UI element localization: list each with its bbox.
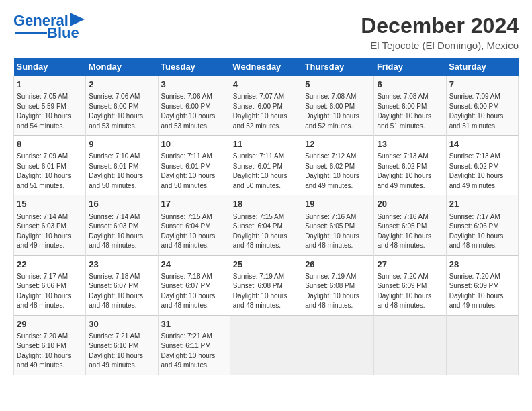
- logo-blue: Blue: [47, 26, 79, 40]
- calendar-cell: 19Sunrise: 7:16 AMSunset: 6:05 PMDayligh…: [302, 195, 374, 255]
- day-number: 13: [377, 138, 443, 150]
- day-info: Sunrise: 7:10 AMSunset: 6:01 PMDaylight:…: [89, 152, 154, 191]
- day-number: 27: [377, 259, 443, 271]
- calendar-cell: 28Sunrise: 7:20 AMSunset: 6:09 PMDayligh…: [446, 255, 518, 315]
- calendar-cell: 16Sunrise: 7:14 AMSunset: 6:03 PMDayligh…: [86, 195, 158, 255]
- day-info: Sunrise: 7:14 AMSunset: 6:03 PMDaylight:…: [89, 212, 154, 251]
- calendar-header-row: SundayMondayTuesdayWednesdayThursdayFrid…: [14, 58, 519, 76]
- calendar-week-3: 22Sunrise: 7:17 AMSunset: 6:06 PMDayligh…: [14, 255, 519, 315]
- day-number: 3: [161, 79, 227, 91]
- calendar-cell: 18Sunrise: 7:15 AMSunset: 6:04 PMDayligh…: [230, 195, 302, 255]
- day-info: Sunrise: 7:09 AMSunset: 6:01 PMDaylight:…: [17, 152, 83, 191]
- day-number: 26: [305, 259, 371, 271]
- calendar-cell: 6Sunrise: 7:08 AMSunset: 6:00 PMDaylight…: [374, 76, 446, 136]
- day-number: 19: [305, 198, 371, 210]
- calendar: SundayMondayTuesdayWednesdayThursdayFrid…: [13, 58, 519, 375]
- day-info: Sunrise: 7:06 AMSunset: 6:00 PMDaylight:…: [161, 92, 227, 131]
- calendar-cell: 15Sunrise: 7:14 AMSunset: 6:03 PMDayligh…: [14, 195, 86, 255]
- day-number: 23: [89, 259, 154, 271]
- day-header-monday: Monday: [86, 58, 158, 76]
- calendar-cell: 22Sunrise: 7:17 AMSunset: 6:06 PMDayligh…: [14, 255, 86, 315]
- day-number: 14: [449, 138, 515, 150]
- calendar-cell: 30Sunrise: 7:21 AMSunset: 6:10 PMDayligh…: [86, 315, 158, 375]
- day-header-saturday: Saturday: [446, 58, 518, 76]
- day-number: 25: [233, 259, 299, 271]
- calendar-cell: 20Sunrise: 7:16 AMSunset: 6:05 PMDayligh…: [374, 195, 446, 255]
- day-number: 6: [377, 79, 443, 91]
- day-number: 16: [89, 198, 154, 210]
- day-info: Sunrise: 7:14 AMSunset: 6:03 PMDaylight:…: [17, 212, 83, 251]
- day-info: Sunrise: 7:18 AMSunset: 6:07 PMDaylight:…: [161, 272, 227, 311]
- day-info: Sunrise: 7:17 AMSunset: 6:06 PMDaylight:…: [17, 272, 83, 311]
- calendar-cell: 21Sunrise: 7:17 AMSunset: 6:06 PMDayligh…: [446, 195, 518, 255]
- calendar-week-4: 29Sunrise: 7:20 AMSunset: 6:10 PMDayligh…: [14, 315, 519, 375]
- day-info: Sunrise: 7:16 AMSunset: 6:05 PMDaylight:…: [305, 212, 371, 251]
- day-number: 8: [17, 138, 83, 150]
- day-number: 5: [305, 79, 371, 91]
- calendar-cell: 5Sunrise: 7:08 AMSunset: 6:00 PMDaylight…: [302, 76, 374, 136]
- day-info: Sunrise: 7:20 AMSunset: 6:09 PMDaylight:…: [449, 272, 515, 311]
- day-number: 21: [449, 198, 515, 210]
- calendar-cell: 26Sunrise: 7:19 AMSunset: 6:08 PMDayligh…: [302, 255, 374, 315]
- calendar-week-2: 15Sunrise: 7:14 AMSunset: 6:03 PMDayligh…: [14, 195, 519, 255]
- day-info: Sunrise: 7:20 AMSunset: 6:09 PMDaylight:…: [377, 272, 443, 311]
- calendar-cell: 24Sunrise: 7:18 AMSunset: 6:07 PMDayligh…: [158, 255, 230, 315]
- calendar-cell: 14Sunrise: 7:13 AMSunset: 6:02 PMDayligh…: [446, 136, 518, 195]
- title-area: December 2024 El Tejocote (El Domingo), …: [361, 13, 519, 51]
- logo-line: [15, 32, 47, 34]
- day-number: 22: [17, 259, 83, 271]
- day-number: 2: [89, 79, 154, 91]
- logo: General Blue: [13, 13, 85, 40]
- day-info: Sunrise: 7:07 AMSunset: 6:00 PMDaylight:…: [233, 92, 299, 131]
- day-header-thursday: Thursday: [302, 58, 374, 76]
- day-info: Sunrise: 7:21 AMSunset: 6:10 PMDaylight:…: [89, 332, 154, 371]
- calendar-cell: 10Sunrise: 7:11 AMSunset: 6:01 PMDayligh…: [158, 136, 230, 195]
- day-header-friday: Friday: [374, 58, 446, 76]
- calendar-cell: [230, 315, 302, 375]
- calendar-cell: 13Sunrise: 7:13 AMSunset: 6:02 PMDayligh…: [374, 136, 446, 195]
- day-info: Sunrise: 7:12 AMSunset: 6:02 PMDaylight:…: [305, 152, 371, 191]
- calendar-cell: 8Sunrise: 7:09 AMSunset: 6:01 PMDaylight…: [14, 136, 86, 195]
- calendar-cell: 9Sunrise: 7:10 AMSunset: 6:01 PMDaylight…: [86, 136, 158, 195]
- subtitle: El Tejocote (El Domingo), Mexico: [361, 40, 519, 51]
- day-number: 30: [89, 318, 154, 330]
- day-info: Sunrise: 7:13 AMSunset: 6:02 PMDaylight:…: [377, 152, 443, 191]
- day-info: Sunrise: 7:08 AMSunset: 6:00 PMDaylight:…: [305, 92, 371, 131]
- day-header-sunday: Sunday: [14, 58, 86, 76]
- day-info: Sunrise: 7:16 AMSunset: 6:05 PMDaylight:…: [377, 212, 443, 251]
- calendar-cell: [446, 315, 518, 375]
- day-info: Sunrise: 7:15 AMSunset: 6:04 PMDaylight:…: [161, 212, 227, 251]
- day-header-wednesday: Wednesday: [230, 58, 302, 76]
- calendar-cell: 1Sunrise: 7:05 AMSunset: 5:59 PMDaylight…: [14, 76, 86, 136]
- day-number: 10: [161, 138, 227, 150]
- calendar-cell: 3Sunrise: 7:06 AMSunset: 6:00 PMDaylight…: [158, 76, 230, 136]
- calendar-cell: 23Sunrise: 7:18 AMSunset: 6:07 PMDayligh…: [86, 255, 158, 315]
- day-info: Sunrise: 7:05 AMSunset: 5:59 PMDaylight:…: [17, 92, 83, 131]
- day-info: Sunrise: 7:18 AMSunset: 6:07 PMDaylight:…: [89, 272, 154, 311]
- calendar-cell: [302, 315, 374, 375]
- day-info: Sunrise: 7:19 AMSunset: 6:08 PMDaylight:…: [233, 272, 299, 311]
- calendar-cell: 25Sunrise: 7:19 AMSunset: 6:08 PMDayligh…: [230, 255, 302, 315]
- day-number: 31: [161, 318, 227, 330]
- calendar-week-0: 1Sunrise: 7:05 AMSunset: 5:59 PMDaylight…: [14, 76, 519, 136]
- calendar-cell: 31Sunrise: 7:21 AMSunset: 6:11 PMDayligh…: [158, 315, 230, 375]
- day-number: 28: [449, 259, 515, 271]
- main-title: December 2024: [361, 13, 519, 38]
- calendar-cell: 17Sunrise: 7:15 AMSunset: 6:04 PMDayligh…: [158, 195, 230, 255]
- calendar-cell: 29Sunrise: 7:20 AMSunset: 6:10 PMDayligh…: [14, 315, 86, 375]
- header: General Blue December 2024 El Tejocote (…: [13, 13, 519, 51]
- day-number: 12: [305, 138, 371, 150]
- day-info: Sunrise: 7:19 AMSunset: 6:08 PMDaylight:…: [305, 272, 371, 311]
- day-number: 1: [17, 79, 83, 91]
- day-number: 24: [161, 259, 227, 271]
- calendar-cell: 11Sunrise: 7:11 AMSunset: 6:01 PMDayligh…: [230, 136, 302, 195]
- day-header-tuesday: Tuesday: [158, 58, 230, 76]
- day-number: 18: [233, 198, 299, 210]
- day-number: 7: [449, 79, 515, 91]
- day-info: Sunrise: 7:21 AMSunset: 6:11 PMDaylight:…: [161, 332, 227, 371]
- day-number: 9: [89, 138, 154, 150]
- calendar-cell: 12Sunrise: 7:12 AMSunset: 6:02 PMDayligh…: [302, 136, 374, 195]
- calendar-cell: 7Sunrise: 7:09 AMSunset: 6:00 PMDaylight…: [446, 76, 518, 136]
- day-info: Sunrise: 7:15 AMSunset: 6:04 PMDaylight:…: [233, 212, 299, 251]
- calendar-cell: [374, 315, 446, 375]
